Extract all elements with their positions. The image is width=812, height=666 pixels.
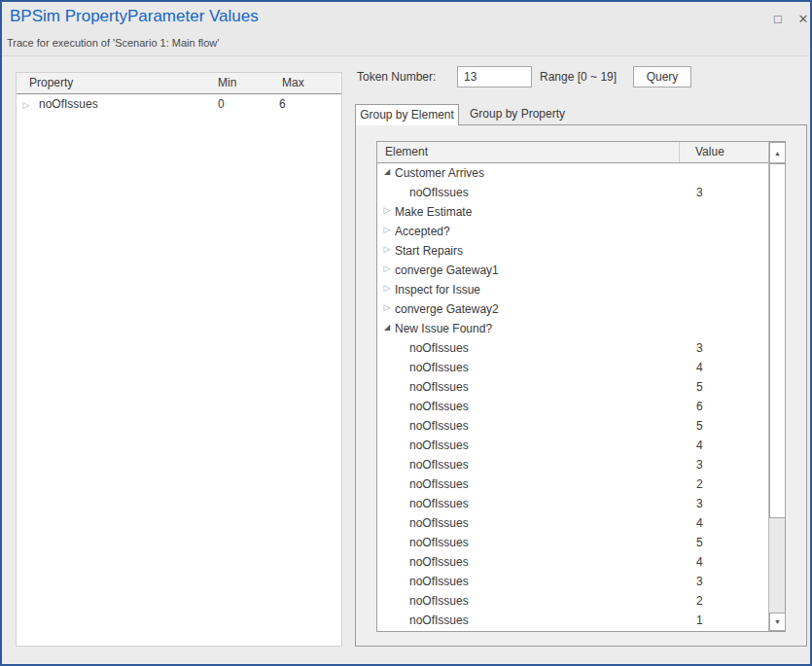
scroll-down-button[interactable]: ▼ (769, 613, 786, 631)
element-label: noOfIssues (409, 183, 469, 202)
property-table: Property Min Max noOfIssues 0 6 (16, 72, 342, 647)
element-row[interactable]: noOfIssues 6 (377, 397, 768, 416)
element-table: Element Value Customer Arrives noOfIssue… (376, 141, 786, 632)
element-label: Start Repairs (395, 241, 463, 261)
element-label: Customer Arrives (395, 163, 484, 183)
element-value: 3 (696, 455, 703, 474)
element-row[interactable]: noOfIssues 3 (377, 494, 768, 513)
element-value: 3 (696, 572, 703, 591)
element-label: noOfIssues (409, 358, 469, 377)
element-row[interactable]: noOfIssues 2 (377, 474, 768, 494)
maximize-icon[interactable]: □ (768, 10, 788, 29)
element-label: noOfIssues (409, 572, 469, 591)
element-value: 4 (696, 436, 703, 455)
element-label: noOfIssues (409, 591, 469, 611)
element-row[interactable]: noOfIssues 1 (377, 611, 768, 630)
element-label: converge Gateway1 (395, 261, 499, 280)
twisty-icon[interactable] (380, 202, 394, 216)
element-value: 3 (696, 494, 703, 513)
element-row[interactable]: noOfIssues 3 (377, 572, 768, 591)
element-table-header: Element Value (377, 142, 785, 163)
element-label: noOfIssues (409, 474, 469, 494)
vertical-scrollbar[interactable]: ▲ ▼ (768, 142, 785, 631)
element-label: noOfIssues (409, 338, 469, 358)
query-button[interactable]: Query (633, 66, 691, 88)
tab-group-by-element[interactable]: Group by Element (355, 104, 459, 125)
element-label: Make Estimate (395, 202, 472, 222)
column-divider (679, 142, 680, 162)
element-label: Accepted? (395, 222, 450, 241)
element-value: 1 (696, 611, 703, 630)
twisty-icon[interactable] (380, 261, 394, 274)
titlebar: BPSim PropertyParameter Values Trace for… (2, 2, 810, 56)
element-row[interactable]: Customer Arrives (377, 163, 768, 183)
element-row[interactable]: Make Estimate (377, 202, 768, 222)
element-row[interactable]: New Issue Found? (377, 319, 768, 338)
element-row[interactable]: converge Gateway1 (377, 261, 768, 280)
column-header-max: Max (282, 73, 304, 93)
element-row[interactable]: noOfIssues 2 (377, 591, 768, 611)
scroll-up-button[interactable]: ▲ (769, 142, 786, 163)
token-number-label: Token Number: (357, 70, 436, 84)
element-row[interactable]: converge Gateway2 (377, 299, 768, 319)
element-row[interactable]: noOfIssues 5 (377, 377, 768, 397)
element-label: noOfIssues (409, 397, 469, 416)
down-arrow-icon: ▼ (774, 618, 781, 625)
tab-group-by-property[interactable]: Group by Property (459, 104, 576, 125)
element-row[interactable]: Accepted? (377, 222, 768, 241)
element-value: 6 (696, 397, 703, 416)
twisty-icon[interactable] (380, 222, 394, 235)
element-label: Inspect for Issue (395, 280, 480, 299)
element-label: noOfIssues (409, 436, 469, 455)
element-row[interactable]: Start Repairs (377, 241, 768, 261)
property-name: noOfIssues (39, 94, 98, 114)
element-label: converge Gateway2 (395, 299, 499, 319)
element-row[interactable]: noOfIssues 5 (377, 416, 768, 436)
element-row[interactable]: noOfIssues 3 (377, 338, 768, 358)
element-value: 5 (696, 416, 703, 436)
element-label: noOfIssues (409, 494, 469, 513)
element-row[interactable]: noOfIssues 5 (377, 533, 768, 552)
element-value: 4 (696, 513, 703, 533)
element-label: noOfIssues (409, 455, 469, 474)
expand-collapsed-icon[interactable] (19, 94, 33, 115)
twisty-icon[interactable] (380, 280, 394, 294)
element-row[interactable]: noOfIssues 4 (377, 552, 768, 572)
element-label: noOfIssues (409, 552, 469, 572)
element-value: 5 (696, 533, 703, 552)
element-value: 2 (696, 591, 703, 611)
element-value: 4 (696, 358, 703, 377)
twisty-icon[interactable] (380, 241, 394, 255)
property-row[interactable]: noOfIssues 0 6 (17, 94, 341, 114)
element-row[interactable]: noOfIssues 3 (377, 183, 768, 202)
element-value: 5 (696, 377, 703, 397)
column-header-element: Element (385, 142, 428, 162)
range-label: Range [0 ~ 19] (540, 70, 617, 84)
twisty-icon[interactable] (380, 163, 394, 177)
element-label: noOfIssues (409, 611, 469, 630)
scrollbar-thumb[interactable] (769, 163, 786, 518)
element-value: 3 (696, 183, 703, 202)
element-table-rows: Customer Arrives noOfIssues 3 Make Estim… (377, 163, 768, 631)
element-value: 2 (696, 474, 703, 494)
element-row[interactable]: noOfIssues 3 (377, 455, 768, 474)
dialog-title: BPSim PropertyParameter Values (10, 7, 259, 26)
column-header-property: Property (29, 73, 73, 93)
bpsim-property-values-dialog: BPSim PropertyParameter Values Trace for… (0, 0, 812, 666)
twisty-icon[interactable] (380, 319, 394, 333)
element-value: 3 (696, 338, 703, 358)
element-label: noOfIssues (409, 416, 469, 436)
dialog-subtitle: Trace for execution of 'Scenario 1: Main… (7, 37, 219, 49)
token-number-input[interactable] (457, 66, 532, 88)
element-row[interactable]: noOfIssues 4 (377, 513, 768, 533)
element-label: New Issue Found? (395, 319, 492, 338)
element-value: 4 (696, 552, 703, 572)
element-row[interactable]: noOfIssues 4 (377, 436, 768, 455)
twisty-icon[interactable] (380, 299, 394, 313)
property-table-header: Property Min Max (17, 73, 341, 94)
property-min-value: 0 (218, 94, 225, 114)
close-icon[interactable]: ✕ (794, 10, 812, 29)
element-row[interactable]: noOfIssues 4 (377, 358, 768, 377)
element-label: noOfIssues (409, 533, 469, 552)
element-row[interactable]: Inspect for Issue (377, 280, 768, 299)
